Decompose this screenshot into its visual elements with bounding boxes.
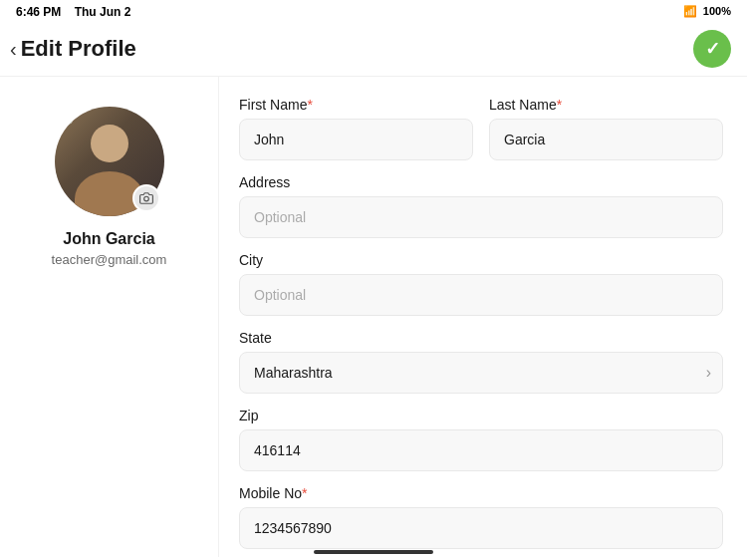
mobile-label: Mobile No* xyxy=(239,485,723,501)
last-name-group: Last Name* xyxy=(489,97,723,160)
status-time-date: 6:46 PM Thu Jun 2 xyxy=(16,2,130,20)
status-bar: 6:46 PM Thu Jun 2 📶 100% xyxy=(0,0,747,22)
home-indicator xyxy=(314,550,433,554)
avatar-container xyxy=(55,107,164,216)
name-row: First Name* Last Name* xyxy=(239,97,723,174)
address-label: Address xyxy=(239,174,723,190)
profile-name: John Garcia xyxy=(63,230,154,248)
zip-group: Zip xyxy=(239,408,723,471)
mobile-group: Mobile No* xyxy=(239,485,723,549)
camera-button[interactable] xyxy=(132,184,160,212)
form-panel: First Name* Last Name* Address City Stat… xyxy=(219,77,747,557)
address-group: Address xyxy=(239,174,723,238)
status-date: Thu Jun 2 xyxy=(75,5,131,19)
svg-point-0 xyxy=(143,196,148,201)
address-input[interactable] xyxy=(239,196,723,238)
state-select-container: Maharashtra › xyxy=(239,352,723,394)
status-time: 6:46 PM xyxy=(16,5,61,19)
online-indicator xyxy=(63,115,73,125)
page-title: Edit Profile xyxy=(21,36,136,62)
profile-email: teacher@gmail.com xyxy=(52,252,167,267)
city-label: City xyxy=(239,252,723,268)
zip-label: Zip xyxy=(239,408,723,423)
save-button[interactable] xyxy=(693,30,731,68)
city-group: City xyxy=(239,252,723,316)
city-input[interactable] xyxy=(239,274,723,316)
back-button[interactable]: ‹ xyxy=(10,38,17,61)
main-content: John Garcia teacher@gmail.com First Name… xyxy=(0,77,747,557)
first-name-input[interactable] xyxy=(239,119,473,160)
zip-input[interactable] xyxy=(239,429,723,471)
wifi-icon: 📶 xyxy=(683,5,697,18)
battery-icon: 100% xyxy=(703,5,731,17)
status-icons: 📶 100% xyxy=(683,5,731,18)
last-name-label: Last Name* xyxy=(489,97,723,113)
state-group: State Maharashtra › xyxy=(239,330,723,394)
mobile-input[interactable] xyxy=(239,507,723,549)
last-name-input[interactable] xyxy=(489,119,723,160)
first-name-label: First Name* xyxy=(239,97,473,113)
state-label: State xyxy=(239,330,723,346)
header-left: ‹ Edit Profile xyxy=(10,36,136,62)
header: ‹ Edit Profile xyxy=(0,22,747,77)
profile-panel: John Garcia teacher@gmail.com xyxy=(0,77,219,557)
state-select[interactable]: Maharashtra xyxy=(239,352,723,394)
first-name-group: First Name* xyxy=(239,97,473,160)
